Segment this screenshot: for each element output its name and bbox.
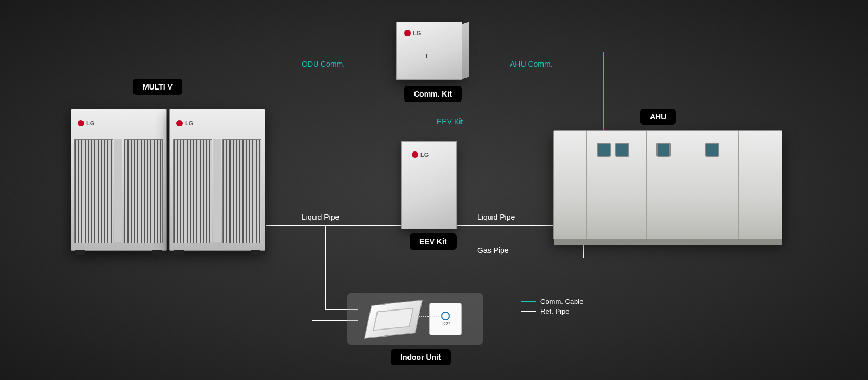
comm-line <box>256 52 256 114</box>
eev-kit-line-text: EEV Kit <box>437 117 463 126</box>
multi-v-unit: LG LG <box>71 109 266 255</box>
gas-pipe-line <box>296 258 583 258</box>
eev-kit-device: LG <box>401 141 457 229</box>
comm-line <box>603 52 604 138</box>
legend-swatch-comm <box>521 301 536 302</box>
comm-line <box>256 52 402 52</box>
ahu-comm-text: AHU Comm. <box>510 60 553 68</box>
remote-controller-icon: +27° <box>429 303 462 335</box>
cassette-icon <box>364 300 423 338</box>
lg-logo-text: LG <box>413 30 421 36</box>
legend-ref-pipe: Ref. Pipe <box>540 307 569 315</box>
legend-swatch-ref <box>521 311 536 312</box>
comm-line <box>462 52 603 52</box>
legend-comm-cable: Comm. Cable <box>540 297 583 306</box>
indoor-branch-line <box>312 236 312 320</box>
lg-logo-text: LG <box>86 120 94 126</box>
ahu-label: AHU <box>640 109 676 125</box>
comm-kit-device: LG <box>396 22 462 80</box>
liquid-pipe-line <box>456 225 561 226</box>
lg-logo-text: LG <box>185 120 193 126</box>
remote-display: +27° <box>441 321 450 326</box>
indoor-unit-card: +27° <box>347 293 483 345</box>
multi-v-label: MULTI V <box>133 79 182 95</box>
comm-kit-label: Comm. Kit <box>404 86 462 102</box>
odu-comm-text: ODU Comm. <box>302 60 345 68</box>
indoor-unit-label: Indoor Unit <box>391 349 451 365</box>
ahu-unit <box>553 130 782 240</box>
liquid-pipe-text-right: Liquid Pipe <box>477 213 515 221</box>
cassette-remote-dotline <box>412 316 439 317</box>
gas-pipe-text: Gas Pipe <box>477 246 509 255</box>
indoor-branch-line <box>326 225 326 309</box>
liquid-pipe-line <box>266 225 404 226</box>
lg-logo-text: LG <box>420 151 429 158</box>
gas-pipe-line <box>296 236 296 258</box>
legend: Comm. Cable Ref. Pipe <box>521 296 583 317</box>
liquid-pipe-text-left: Liquid Pipe <box>302 213 339 221</box>
eev-kit-label: EEV Kit <box>410 233 457 250</box>
